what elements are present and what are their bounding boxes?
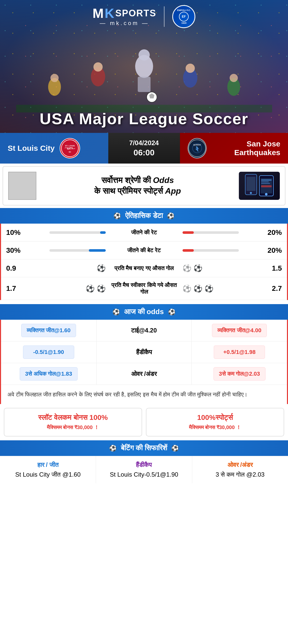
svg-point-13 [230,74,238,82]
bonus-card-left[interactable]: स्लॉट वेलकम बोनस 100% मैक्सिमम बोनस ₹30,… [4,408,142,436]
stat-row-winrate: 10% जीतने की रेट 20% [1,224,287,241]
ball-icon-2: ⚽ [194,264,202,272]
stat-left-goals-conceded: 1.7 [6,284,27,293]
analysis-box: अवे टीम फिलहाल जीत हासिल करने के लिए संघ… [0,385,288,404]
odds-section: व्यक्तिगत जीत@1.60 टाई@4.20 व्यक्तिगत जी… [0,320,288,385]
svg-text:EF: EF [182,15,186,18]
reco-handicap-value: St Louis City-0.5/1@1.90 [100,471,188,478]
stat-bar-left-betrate [27,249,108,252]
odds-cell-tie[interactable]: टाई@4.20 [97,320,192,341]
sports-text: SPORTS [115,8,156,19]
mk-text-k: K [105,7,114,20]
reco-cell-ou: ओवर /अंडर 3 से कम गोल @2.03 [192,456,288,483]
stats-table: 10% जीतने की रेट 20% 30% जीतने की बेट रे… [0,224,288,300]
betting-reco-header: ⚽ बेटिंग की सिफारिशें ⚽ [0,440,288,456]
team-home: St Louis City ST. LOUIS CITY SC [0,133,108,164]
stat-right-goals-scored: 1.5 [261,264,282,272]
odds-row-ou: 3से अधिक गोल@1.83 ओवर /अंडर 3से कम गोल@2… [1,363,287,385]
away-handicap-btn[interactable]: +0.5/1@1.98 [214,346,265,359]
away-win-btn[interactable]: व्यक्तिगत जीत@4.00 [212,324,266,337]
odds-cell-over[interactable]: 3से अधिक गोल@1.83 [1,363,97,385]
odds-row-handicap: -0.5/1@1.90 हैंडीकैप +0.5/1@1.98 [1,341,287,363]
handicap-label: हैंडीकैप [136,349,152,356]
bottom-space [0,483,288,493]
reco-ou-label: ओवर /अंडर [196,461,284,468]
logo-divider [164,6,165,27]
odds-cell-away-win[interactable]: व्यक्तिगत जीत@4.00 [192,320,287,341]
ball-icon-4: ⚽ [97,284,106,293]
stat-right-goals-conceded: 2.7 [261,284,282,293]
odds-section-title: आज की odds [124,308,164,316]
top-logos: M K SPORTS — mk.com — EMPOLI F.C. EF 192… [0,0,288,28]
home-win-btn[interactable]: व्यक्तिगत जीत@1.60 [21,324,76,337]
odds-cell-under[interactable]: 3से कम गोल@2.03 [192,363,287,385]
empoli-logo: EMPOLI F.C. EF 1920 [172,5,195,28]
ball-icon-faded-2: ⚽ [183,284,191,293]
match-date: 7/04/2024 [129,139,159,147]
soccer-ball-icon-left: ⚽ [113,212,121,220]
ball-icon-faded-1: ⚽ [183,264,191,272]
svg-point-4 [138,49,150,61]
mk-logo: M K SPORTS — mk.com — [93,7,156,27]
promo-text: सर्वोत्तम श्रेणी की Oddsके साथ प्रीमियर … [41,175,234,196]
reco-handicap-label: हैंडीकैप [100,461,188,468]
bonus-left-title: स्लॉट वेलकम बोनस 100% [9,413,136,422]
stat-label-betrate: जीतने की बेट रेट [108,247,180,254]
sj-logo: QUAKES [188,138,207,158]
under-btn[interactable]: 3से कम गोल@2.03 [214,367,265,381]
reco-win-value: St Louis City जीत @1.60 [4,471,92,478]
stat-left-goals-scored: 0.9 [6,264,27,272]
historical-section-title: ऐतिहासिक डेटा [125,212,163,220]
stat-left-winrate: 10% [6,228,27,237]
svg-rect-31 [261,183,270,184]
svg-text:ST. LOUIS: ST. LOUIS [65,145,75,147]
odds-row-win: व्यक्तिगत जीत@1.60 टाई@4.20 व्यक्तिगत जी… [1,320,287,341]
stat-row-goals-scored: 0.9 ⚽ प्रति मैच बनाए गए औसत गोल ⚽ ⚽ 1.5 [1,259,287,277]
odds-ball-right: ⚽ [168,308,176,316]
home-team-name: St Louis City [8,144,55,153]
mk-url: — mk.com — [100,20,149,27]
stat-left-betrate: 30% [6,246,27,255]
odds-cell-home-win[interactable]: व्यक्तिगत जीत@1.60 [1,320,97,341]
svg-rect-5 [138,77,151,92]
stat-right-winrate: 20% [261,228,282,237]
banner-title: USA Major League Soccer [0,110,288,128]
ball-icon-6: ⚽ [205,284,214,293]
stat-bar-left-winrate [27,231,108,234]
promo-qr [8,172,36,200]
historical-section-header: ⚽ ऐतिहासिक डेटा ⚽ [0,208,288,224]
match-center: 7/04/2024 06:00 [108,133,180,164]
promo-banner[interactable]: सर्वोत्तम श्रेणी की Oddsके साथ प्रीमियर … [3,166,285,205]
reco-win-label: हार / जीत [4,461,92,468]
svg-point-11 [50,74,59,82]
tie-label: टाई@4.20 [131,327,157,334]
bonus-right-title: 100%स्पोर्ट्स [152,413,279,422]
promo-main-text: सर्वोत्तम श्रेणी की Oddsके साथ प्रीमियर … [41,175,234,196]
stat-icons-right-conceded: ⚽ ⚽ ⚽ [180,284,262,293]
svg-point-28 [265,193,268,195]
odds-cell-away-handicap[interactable]: +0.5/1@1.98 [192,341,287,363]
svg-rect-24 [247,177,255,191]
betting-reco: हार / जीत St Louis City जीत @1.60 हैंडीक… [0,456,288,483]
svg-rect-29 [261,179,272,181]
ball-icon-3: ⚽ [86,284,95,293]
bonus-left-sub: मैक्सिमम बोनस ₹30,000 ！ [9,424,136,431]
home-handicap-btn[interactable]: -0.5/1@1.90 [23,346,74,359]
bonus-card-right[interactable]: 100%स्पोर्ट्स मैक्सिमम बोनस ₹30,000 ！ [146,408,284,436]
soccer-ball-icon-right: ⚽ [167,212,175,220]
svg-point-25 [250,192,252,194]
odds-cell-ou-label: ओवर /अंडर [97,363,192,385]
odds-cell-handicap-label: हैंडीकैप [97,341,192,363]
stat-right-betrate: 20% [261,246,282,255]
odds-cell-home-handicap[interactable]: -0.5/1@1.90 [1,341,97,363]
bonus-section: स्लॉट वेलकम बोनस 100% मैक्सिमम बोनस ₹30,… [0,404,288,440]
stat-icons-right-scored: ⚽ ⚽ [180,264,262,272]
svg-point-9 [186,64,195,73]
svg-text:SC: SC [69,151,71,153]
stat-icons-left-scored: ⚽ [27,264,108,272]
reco-cell-handicap: हैंडीकैप St Louis City-0.5/1@1.90 [96,456,192,483]
promo-phones [239,172,280,200]
odds-section-header: ⚽ आज की odds ⚽ [0,304,288,320]
stat-row-goals-conceded: 1.7 ⚽ ⚽ प्रति मैच स्वीकार किये गये औसत ग… [1,277,287,300]
over-btn[interactable]: 3से अधिक गोल@1.83 [20,367,78,381]
